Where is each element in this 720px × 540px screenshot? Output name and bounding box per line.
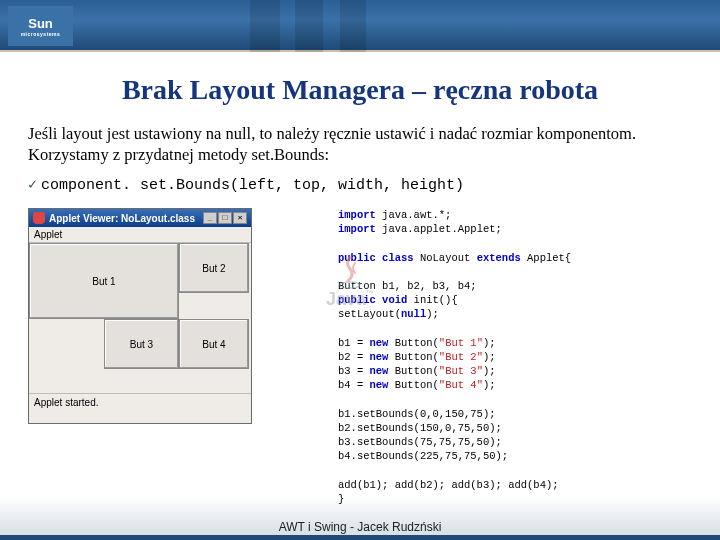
java-logo-text: Java™ bbox=[290, 289, 410, 310]
check-icon: ✓ bbox=[28, 177, 37, 194]
header-bar: Sun microsystems bbox=[0, 0, 720, 52]
code-snippet: component. set.Bounds(left, top, width, … bbox=[41, 177, 464, 194]
java-steam-icon bbox=[335, 255, 365, 289]
maximize-icon[interactable]: □ bbox=[218, 212, 232, 224]
java-cup-icon bbox=[33, 212, 45, 224]
source-code: import java.awt.*; import java.applet.Ap… bbox=[338, 208, 571, 506]
applet-titlebar: Applet Viewer: NoLayout.class _ □ × bbox=[29, 209, 251, 227]
minimize-icon[interactable]: _ bbox=[203, 212, 217, 224]
logo-brand: Sun bbox=[28, 16, 53, 31]
slide-description: Jeśli layout jest ustawiony na null, to … bbox=[28, 124, 692, 165]
applet-menu[interactable]: Applet bbox=[29, 227, 251, 243]
header-shade bbox=[340, 0, 366, 52]
applet-button-2[interactable]: But 2 bbox=[179, 243, 249, 293]
applet-window: Applet Viewer: NoLayout.class _ □ × Appl… bbox=[28, 208, 252, 424]
applet-button-3[interactable]: But 3 bbox=[104, 319, 179, 369]
close-icon[interactable]: × bbox=[233, 212, 247, 224]
header-shade bbox=[295, 0, 323, 52]
footer-text: AWT i Swing - Jacek Rudzński bbox=[0, 520, 720, 534]
header-shade bbox=[250, 0, 280, 52]
applet-title-text: Applet Viewer: NoLayout.class bbox=[49, 213, 195, 224]
slide-title: Brak Layout Managera – ręczna robota bbox=[0, 74, 720, 106]
svg-point-0 bbox=[340, 282, 360, 288]
footer-bar bbox=[0, 535, 720, 540]
two-column: Applet Viewer: NoLayout.class _ □ × Appl… bbox=[28, 208, 692, 506]
applet-button-4[interactable]: But 4 bbox=[179, 319, 249, 369]
sun-logo: Sun microsystems bbox=[8, 6, 73, 46]
java-watermark: Java™ bbox=[290, 255, 410, 310]
applet-button-1[interactable]: But 1 bbox=[29, 243, 179, 319]
inline-code: ✓component. set.Bounds(left, top, width,… bbox=[28, 175, 692, 194]
window-controls: _ □ × bbox=[203, 212, 247, 224]
slide-body: Jeśli layout jest ustawiony na null, to … bbox=[0, 124, 720, 506]
logo-sub: microsystems bbox=[21, 31, 61, 37]
applet-canvas: But 1 But 2 But 3 But 4 bbox=[29, 243, 251, 393]
applet-status: Applet started. bbox=[29, 393, 251, 423]
